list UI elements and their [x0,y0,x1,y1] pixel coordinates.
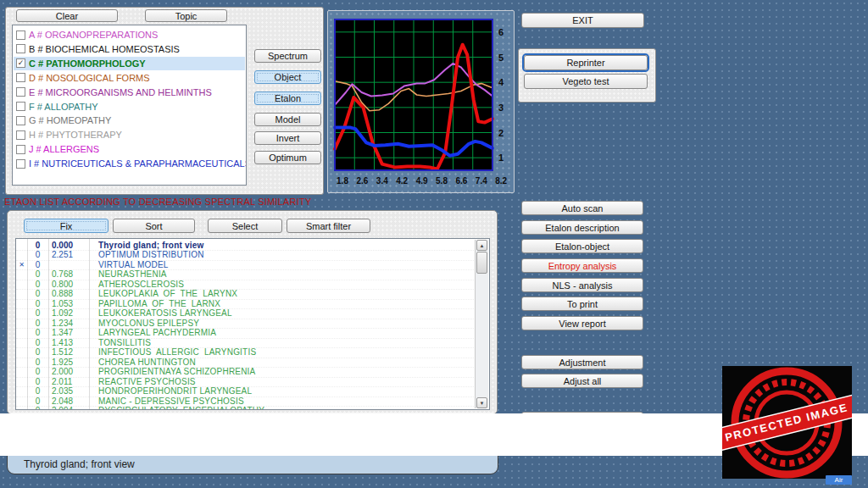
row-count: 0 [27,250,48,259]
category-item[interactable]: E # MICROORGANISMS AND HELMINTHS [14,86,245,99]
side-button-spectrum[interactable]: Spectrum [254,49,321,63]
row-name: Thyroid gland; front view [92,241,203,250]
air-tray-label[interactable]: Air [826,475,852,485]
category-checkbox[interactable] [16,145,25,154]
category-item[interactable]: ✓C # PATHOMORPHOLOGY [14,57,245,70]
stamp-graphic: PROTECTED IMAGE [722,366,852,479]
etalon-table[interactable]: 00.000Thyroid gland; front view02.251OPT… [15,238,490,410]
action-button-adjustment[interactable]: Adjustment [521,355,643,369]
row-count: 0 [27,367,48,376]
row-value: 1.092 [48,308,92,318]
row-value: 0.888 [48,289,92,298]
x-axis-tick-label: 4.2 [396,176,408,186]
action-button-adjust-all[interactable]: Adjust all [521,374,643,388]
category-checkbox[interactable] [16,30,25,40]
category-checkbox[interactable] [16,73,25,82]
protected-image-stamp: PROTECTED IMAGE [722,366,852,479]
row-count: 0 [27,358,48,367]
spectrum-chart: 1234561.82.63.44.24.95.86.67.48.2 [328,11,514,192]
y-axis-tick-label: 4 [498,77,504,87]
row-value: 2.251 [48,250,92,259]
category-item[interactable]: I # NUTRICEUTICALS & PARAPHARMACEUTICALS [14,157,245,170]
scroll-up-icon[interactable]: ▲ [476,240,487,251]
row-name: PAPILLOMA OF THE LARNX [92,299,220,308]
spectrum-button-group: SpectrumObjectEtalonModelInvertOptimum [249,8,322,194]
category-checkbox[interactable] [16,130,25,140]
x-axis-tick-label: 8.2 [495,176,507,186]
action-button-nls-analysis[interactable]: NLS - analysis [521,278,643,292]
action-button-auto-scan[interactable]: Auto scan [521,201,643,215]
topic-button[interactable]: Topic [145,9,227,22]
category-item[interactable]: F # ALLOPATHY [14,100,245,114]
row-name: PROGRIDIENTNAYA SCHIZOPHRENIA [92,367,255,376]
category-label: I # NUTRICEUTICALS & PARAPHARMACEUTICALS [29,158,247,169]
category-item[interactable]: A # ORGANOPREPARATIONS [14,28,245,42]
table-scrollbar[interactable]: ▲ ▼ [475,240,488,408]
row-name: NEURASTHENIA [92,269,167,279]
side-button-invert[interactable]: Invert [254,131,321,145]
category-item[interactable]: D # NOSOLOGICAL FORMS [14,71,245,85]
row-value: 0.768 [48,269,92,279]
category-checkbox[interactable]: ✓ [16,58,25,68]
row-value: 1.347 [48,328,92,337]
action-button-entropy-analysis[interactable]: Entropy analysis [521,258,643,273]
category-listbox[interactable]: A # ORGANOPREPARATIONSB # BIOCHEMICAL HO… [12,25,247,186]
category-item[interactable]: H # PHYTOTHERAPY [14,128,245,141]
category-label: A # ORGANOPREPARATIONS [29,30,158,40]
row-name: MYOCLONUS EPILEPSY [92,319,199,328]
status-text: Thyroid gland; front view [24,458,135,470]
category-item[interactable]: B # BIOCHEMICAL HOMEOSTASIS [14,42,245,56]
category-checkbox[interactable] [16,116,25,125]
row-name: INFECTIOUS ALLERGIC LARYNGITIS [92,347,256,357]
row-value: 2.094 [48,406,92,410]
toolbar-button-sort[interactable]: Sort [113,219,195,233]
reprinter-button[interactable]: Reprinter [524,55,648,70]
app-window: { "left_panel": { "clear_label": "Clear"… [0,0,868,488]
category-label: H # PHYTOTHERAPY [29,130,122,140]
action-button-etalon-description[interactable]: Etalon description [521,220,643,235]
x-axis-tick-label: 4.9 [416,176,428,186]
clear-button[interactable]: Clear [16,9,118,22]
row-count: 0 [27,269,48,279]
y-axis-tick-label: 2 [498,128,504,138]
category-checkbox[interactable] [16,44,25,53]
spectrum-chart-panel: 1234561.82.63.44.24.95.86.67.48.2 [327,10,515,193]
exit-button[interactable]: EXIT [521,13,644,28]
row-value: 0.000 [48,241,92,250]
vegeto-test-button[interactable]: Vegeto test [524,74,648,89]
category-checkbox[interactable] [16,102,25,111]
row-name: VIRTUAL MODEL [92,260,169,269]
toolbar-button-smart-filter[interactable]: Smart filter [287,219,370,233]
y-axis-tick-label: 3 [498,103,504,113]
category-label: E # MICROORGANISMS AND HELMINTHS [29,87,212,97]
scroll-down-icon[interactable]: ▼ [476,397,487,408]
category-item[interactable]: J # ALLERGENS [14,142,245,156]
category-checkbox[interactable] [16,159,25,169]
row-count: 0 [27,347,48,357]
row-name: MANIC - DEPRESSIVE PSYCHOSIS [92,396,244,406]
category-label: J # ALLERGENS [29,144,99,154]
x-axis-tick-label: 2.6 [356,176,368,186]
category-label: C # PATHOMORPHOLOGY [29,58,146,69]
toolbar-button-fix[interactable]: Fix [24,219,108,233]
row-name: OPTIMUM DISTRIBUTION [92,250,204,259]
reprinter-panel: Reprinter Vegeto test [518,48,656,103]
category-item[interactable]: G # HOMEOPATHY [14,114,245,127]
table-row[interactable]: 02.094DYSCIRCULATORY ENCEPHALOPATHY [16,406,476,411]
side-button-optimum[interactable]: Optimum [254,151,321,164]
side-button-model[interactable]: Model [254,113,321,126]
toolbar-button-select[interactable]: Select [208,219,282,233]
side-button-etalon[interactable]: Etalon [254,92,321,105]
row-count: 0 [27,241,48,250]
row-value: 1.413 [48,338,92,347]
x-axis-tick-label: 3.4 [376,176,388,186]
row-value: 2.035 [48,386,92,396]
row-count: 0 [27,280,48,289]
side-button-object[interactable]: Object [254,70,321,84]
action-button-etalon-object[interactable]: Etalon-object [521,239,643,253]
row-name: LARYNGEAL PACHYDERMIA [92,328,216,337]
category-checkbox[interactable] [16,87,25,97]
action-button-to-print[interactable]: To print [521,297,643,311]
action-button-view-report[interactable]: View report [521,316,643,330]
scrollbar-thumb[interactable] [476,252,487,274]
